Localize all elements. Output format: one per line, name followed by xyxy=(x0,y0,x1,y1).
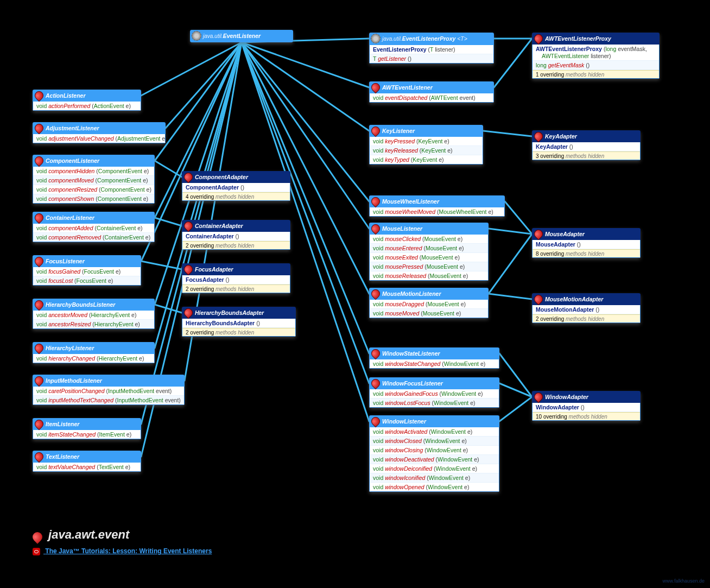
node-header[interactable]: FocusListener xyxy=(33,255,141,267)
method-row[interactable]: void windowGainedFocus (WindowEvent e) xyxy=(370,389,499,399)
node-header[interactable]: AdjustmentListener xyxy=(33,122,166,134)
method-row[interactable]: WindowAdapter () xyxy=(532,403,640,412)
method-row[interactable]: void componentHidden (ComponentEvent e) xyxy=(33,167,154,176)
node-header[interactable]: FocusAdapter xyxy=(182,263,290,275)
node-header[interactable]: MouseAdapter xyxy=(532,228,641,240)
method-row[interactable]: void ancestorMoved (HierarchyEvent e) xyxy=(33,311,154,320)
node-header[interactable]: ActionListener xyxy=(33,90,141,102)
method-row[interactable]: void componentMoved (ComponentEvent e) xyxy=(33,176,154,185)
node-KeyListener[interactable]: KeyListenervoid keyPressed (KeyEvent e)v… xyxy=(369,125,483,165)
method-row[interactable]: ContainerAdapter () xyxy=(182,232,290,241)
node-header[interactable]: HierarchyBoundsListener xyxy=(33,299,155,311)
method-row[interactable]: void windowClosed (WindowEvent e) xyxy=(370,437,499,446)
node-ContainerListener[interactable]: ContainerListenervoid componentAdded (Co… xyxy=(33,212,155,242)
method-row[interactable]: void focusGained (FocusEvent e) xyxy=(33,267,141,276)
method-row[interactable]: void windowActivated (WindowEvent e) xyxy=(370,427,499,437)
node-ComponentAdapter[interactable]: ComponentAdapterComponentAdapter ()4 ove… xyxy=(182,171,290,201)
node-header[interactable]: AWTEventListener xyxy=(369,81,494,93)
node-header[interactable]: HierarchyListener xyxy=(33,342,155,354)
node-MouseAdapter[interactable]: MouseAdapterMouseAdapter ()8 overriding … xyxy=(532,228,641,258)
node-ActionListener[interactable]: ActionListenervoid actionPerformed (Acti… xyxy=(33,90,141,111)
method-row[interactable]: void keyTyped (KeyEvent e) xyxy=(370,155,483,164)
method-row[interactable]: void ancestorResized (HierarchyEvent e) xyxy=(33,320,154,328)
method-row[interactable]: void focusLost (FocusEvent e) xyxy=(33,276,141,285)
method-row[interactable]: void actionPerformed (ActionEvent e) xyxy=(33,102,141,110)
method-row[interactable]: long getEventMask () xyxy=(532,61,659,70)
node-header[interactable]: ComponentListener xyxy=(33,155,155,167)
method-row[interactable]: void componentAdded (ContainerEvent e) xyxy=(33,224,154,233)
method-row[interactable]: void mouseExited (MouseEvent e) xyxy=(370,253,488,262)
method-row[interactable]: void componentResized (ComponentEvent e) xyxy=(33,185,154,194)
method-row[interactable]: AWTEventListenerProxy (long eventMask, A… xyxy=(532,45,659,61)
node-header[interactable]: MouseWheelListener xyxy=(369,195,505,207)
node-header[interactable]: WindowFocusListener xyxy=(369,377,499,389)
node-WindowStateListener[interactable]: WindowStateListenervoid windowStateChang… xyxy=(369,347,499,369)
method-row[interactable]: void windowClosing (WindowEvent e) xyxy=(370,446,499,455)
node-header[interactable]: TextListener xyxy=(33,451,141,463)
method-row[interactable]: void inputMethodTextChanged (InputMethod… xyxy=(33,396,184,404)
method-row[interactable]: MouseMotionAdapter () xyxy=(532,305,640,314)
node-header[interactable]: MouseMotionListener xyxy=(369,288,489,300)
node-ItemListener[interactable]: ItemListenervoid itemStateChanged (ItemE… xyxy=(33,418,141,439)
method-row[interactable]: FocusAdapter () xyxy=(182,275,290,284)
node-header[interactable]: WindowAdapter xyxy=(532,391,641,403)
method-row[interactable]: T getListener () xyxy=(370,54,493,63)
method-row[interactable]: void mouseDragged (MouseEvent e) xyxy=(370,300,488,309)
method-row[interactable]: HierarchyBoundsAdapter () xyxy=(182,319,295,328)
node-header[interactable]: MouseMotionAdapter xyxy=(532,293,641,305)
node-HierarchyListener[interactable]: HierarchyListenervoid hierarchyChanged (… xyxy=(33,342,155,363)
node-MouseListener[interactable]: MouseListenervoid mouseClicked (MouseEve… xyxy=(369,223,489,281)
method-row[interactable]: MouseAdapter () xyxy=(532,240,640,249)
node-KeyAdapter[interactable]: KeyAdapterKeyAdapter ()3 overriding meth… xyxy=(532,130,641,160)
node-header[interactable]: KeyAdapter xyxy=(532,130,641,142)
method-row[interactable]: EventListenerProxy (T listener) xyxy=(370,45,493,54)
node-header[interactable]: java.util.EventListenerProxy <T> xyxy=(369,33,494,45)
node-EventListenerProxy[interactable]: java.util.EventListenerProxy <T>EventLis… xyxy=(369,33,494,64)
node-WindowFocusListener[interactable]: WindowFocusListenervoid windowGainedFocu… xyxy=(369,377,499,408)
node-WindowAdapter[interactable]: WindowAdapterWindowAdapter ()10 overridi… xyxy=(532,391,641,421)
method-row[interactable]: void caretPositionChanged (InputMethodEv… xyxy=(33,387,184,396)
node-header[interactable]: java.util.EventListener xyxy=(190,30,293,42)
method-row[interactable]: void windowDeactivated (WindowEvent e) xyxy=(370,455,499,464)
node-InputMethodListener[interactable]: InputMethodListenervoid caretPositionCha… xyxy=(33,375,185,405)
method-row[interactable]: void keyPressed (KeyEvent e) xyxy=(370,137,483,146)
method-row[interactable]: void hierarchyChanged (HierarchyEvent e) xyxy=(33,354,154,363)
node-header[interactable]: WindowStateListener xyxy=(369,347,499,359)
method-row[interactable]: void keyReleased (KeyEvent e) xyxy=(370,146,483,155)
node-MouseWheelListener[interactable]: MouseWheelListenervoid mouseWheelMoved (… xyxy=(369,195,505,217)
method-row[interactable]: void mouseWheelMoved (MouseWheelEvent e) xyxy=(370,207,504,216)
method-row[interactable]: void itemStateChanged (ItemEvent e) xyxy=(33,430,141,439)
method-row[interactable]: void adjustmentValueChanged (AdjustmentE… xyxy=(33,134,165,143)
method-row[interactable]: void eventDispatched (AWTEvent event) xyxy=(370,93,493,102)
node-WindowListener[interactable]: WindowListenervoid windowActivated (Wind… xyxy=(369,415,499,492)
node-header[interactable]: ContainerAdapter xyxy=(182,220,290,232)
tutorial-link[interactable]: The Java™ Tutorials: Lesson: Writing Eve… xyxy=(33,547,212,555)
method-row[interactable]: KeyAdapter () xyxy=(532,142,640,151)
node-MouseMotionAdapter[interactable]: MouseMotionAdapterMouseMotionAdapter ()2… xyxy=(532,293,641,323)
method-row[interactable]: void mouseClicked (MouseEvent e) xyxy=(370,235,488,244)
node-header[interactable]: InputMethodListener xyxy=(33,375,185,387)
node-FocusListener[interactable]: FocusListenervoid focusGained (FocusEven… xyxy=(33,255,141,286)
method-row[interactable]: void windowLostFocus (WindowEvent e) xyxy=(370,399,499,407)
method-row[interactable]: void componentShown (ComponentEvent e) xyxy=(33,194,154,203)
method-row[interactable]: void windowIconified (WindowEvent e) xyxy=(370,473,499,483)
method-row[interactable]: void mouseReleased (MouseEvent e) xyxy=(370,271,488,280)
node-header[interactable]: HierarchyBoundsAdapter xyxy=(182,307,296,319)
method-row[interactable]: ComponentAdapter () xyxy=(182,183,290,192)
node-header[interactable]: MouseListener xyxy=(369,223,489,235)
node-AdjustmentListener[interactable]: AdjustmentListenervoid adjustmentValueCh… xyxy=(33,122,166,143)
method-row[interactable]: void windowDeiconified (WindowEvent e) xyxy=(370,464,499,473)
node-MouseMotionListener[interactable]: MouseMotionListenervoid mouseDragged (Mo… xyxy=(369,288,489,318)
node-ContainerAdapter[interactable]: ContainerAdapterContainerAdapter ()2 ove… xyxy=(182,220,290,250)
node-EventListener[interactable]: java.util.EventListener xyxy=(190,30,293,42)
node-header[interactable]: ContainerListener xyxy=(33,212,155,224)
node-TextListener[interactable]: TextListenervoid textValueChanged (TextE… xyxy=(33,451,141,472)
node-header[interactable]: AWTEventListenerProxy xyxy=(532,33,660,45)
node-header[interactable]: WindowListener xyxy=(369,415,499,427)
node-FocusAdapter[interactable]: FocusAdapterFocusAdapter ()2 overriding … xyxy=(182,263,290,293)
node-header[interactable]: ItemListener xyxy=(33,418,141,430)
node-HierarchyBoundsListener[interactable]: HierarchyBoundsListenervoid ancestorMove… xyxy=(33,299,155,329)
method-row[interactable]: void windowStateChanged (WindowEvent e) xyxy=(370,359,499,368)
method-row[interactable]: void componentRemoved (ContainerEvent e) xyxy=(33,233,154,242)
method-row[interactable]: void mouseEntered (MouseEvent e) xyxy=(370,244,488,253)
